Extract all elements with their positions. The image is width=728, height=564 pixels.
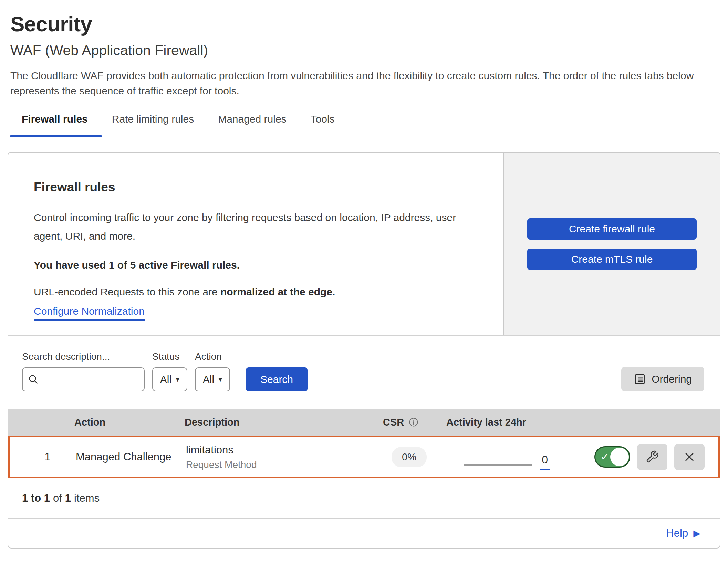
firewall-rules-info: Firewall rules Control incoming traffic …	[8, 153, 503, 335]
ordering-button-label: Ordering	[652, 373, 692, 385]
help-bar: Help ▶	[8, 519, 720, 548]
page-subtitle: WAF (Web Application Firewall)	[10, 42, 718, 59]
wrench-icon	[645, 450, 659, 464]
tab-tools[interactable]: Tools	[311, 113, 335, 137]
activity-sparkline	[464, 464, 532, 466]
card-heading: Firewall rules	[34, 180, 476, 195]
create-mtls-rule-button[interactable]: Create mTLS rule	[527, 249, 697, 270]
firewall-rules-card: Firewall rules Control incoming traffic …	[8, 152, 720, 549]
activity-count-link[interactable]: 0	[540, 453, 550, 470]
search-box[interactable]	[22, 367, 145, 391]
usage-summary: You have used 1 of 5 active Firewall rul…	[34, 259, 476, 271]
rule-expression-summary: Request Method	[186, 459, 375, 470]
status-dropdown[interactable]: All ▾	[152, 367, 187, 391]
page-title: Security	[10, 12, 718, 36]
delete-rule-button[interactable]	[674, 444, 705, 470]
check-icon: ✓	[601, 451, 609, 463]
search-input[interactable]	[42, 373, 139, 386]
search-icon	[28, 374, 39, 385]
create-firewall-rule-button[interactable]: Create firewall rule	[527, 218, 697, 240]
card-actions-panel: Create firewall rule Create mTLS rule	[503, 153, 720, 335]
normalization-note: URL-encoded Requests to this zone are no…	[34, 286, 476, 298]
column-header-action: Action	[70, 417, 180, 428]
csr-badge: 0%	[392, 447, 427, 467]
chevron-down-icon: ▾	[176, 375, 179, 384]
column-header-csr: CSR	[373, 417, 442, 428]
status-filter-group: Status All ▾	[152, 351, 187, 391]
firewall-rule-row[interactable]: 1 Managed Challenge limitations Request …	[8, 436, 720, 478]
normalization-bold-text: normalized at the edge.	[220, 286, 335, 297]
csr-header-label: CSR	[383, 417, 404, 428]
items-total: 1	[65, 492, 71, 504]
ordering-list-icon	[634, 373, 646, 385]
close-icon	[683, 450, 696, 463]
rule-enabled-toggle[interactable]: ✓	[594, 446, 630, 468]
ordering-button[interactable]: Ordering	[621, 367, 704, 391]
items-range: 1 to 1	[22, 492, 50, 504]
filter-controls: Search description... Status	[22, 351, 308, 391]
normalization-text: URL-encoded Requests to this zone are	[34, 286, 220, 297]
security-waf-page: Security WAF (Web Application Firewall) …	[0, 0, 728, 549]
table-header: Action Description CSR Activity last 24h…	[8, 409, 720, 436]
rule-action: Managed Challenge	[72, 451, 182, 463]
search-button[interactable]: Search	[246, 367, 308, 391]
rule-priority: 1	[23, 451, 72, 463]
arrow-right-icon: ▶	[693, 529, 700, 538]
action-dropdown[interactable]: All ▾	[195, 367, 230, 391]
column-header-description: Description	[180, 417, 373, 428]
search-label: Search description...	[22, 351, 145, 362]
search-filter-group: Search description...	[22, 351, 145, 391]
rule-csr-cell: 0%	[375, 447, 444, 467]
toggle-knob	[610, 448, 629, 466]
tab-managed-rules[interactable]: Managed rules	[218, 113, 286, 137]
firewall-rules-info-section: Firewall rules Control incoming traffic …	[8, 153, 720, 336]
configure-normalization-link[interactable]: Configure Normalization	[34, 305, 145, 321]
rule-activity-cell: 0 ✓	[444, 444, 705, 470]
items-of-label: of	[53, 492, 62, 504]
column-header-activity: Activity last 24hr	[442, 417, 706, 428]
tab-firewall-rules[interactable]: Firewall rules	[22, 113, 88, 137]
help-link-label: Help	[666, 527, 688, 540]
filter-bar: Search description... Status	[8, 336, 720, 409]
status-label: Status	[152, 351, 187, 362]
action-dropdown-value: All	[203, 374, 214, 385]
action-label: Action	[195, 351, 230, 362]
status-dropdown-value: All	[160, 374, 171, 385]
page-description: The Cloudflare WAF provides both automat…	[10, 68, 718, 98]
items-label: items	[74, 492, 100, 504]
edit-rule-button[interactable]	[637, 444, 667, 470]
tab-rate-limiting-rules[interactable]: Rate limiting rules	[112, 113, 194, 137]
action-filter-group: Action All ▾	[195, 351, 230, 391]
pagination-summary: 1 to 1 of 1 items	[8, 478, 720, 519]
help-link[interactable]: Help ▶	[666, 527, 700, 540]
info-icon[interactable]	[408, 417, 419, 428]
tab-bar: Firewall rules Rate limiting rules Manag…	[22, 113, 718, 137]
card-description: Control incoming traffic to your zone by…	[34, 208, 476, 246]
chevron-down-icon: ▾	[218, 375, 222, 384]
rule-description-cell: limitations Request Method	[182, 444, 375, 470]
rule-description: limitations	[186, 444, 375, 456]
